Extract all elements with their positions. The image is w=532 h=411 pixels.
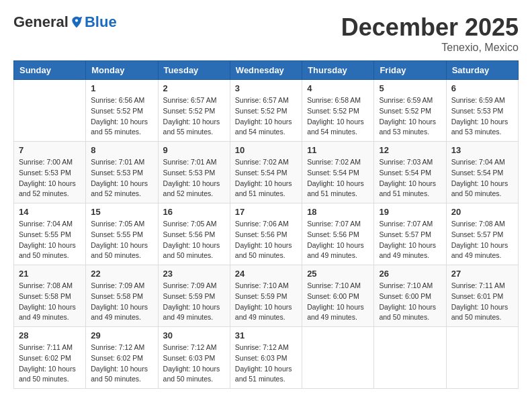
daylight-text: Daylight: 10 hours and 52 minutes. xyxy=(163,179,220,198)
day-number: 20 xyxy=(451,207,513,217)
day-number: 18 xyxy=(307,207,369,217)
daylight-text: Daylight: 10 hours and 54 minutes. xyxy=(307,118,364,136)
day-number: 7 xyxy=(19,145,81,155)
sunrise-text: Sunrise: 7:00 AM xyxy=(19,158,73,166)
sunset-text: Sunset: 5:52 PM xyxy=(163,107,216,115)
day-info: Sunrise: 7:02 AM Sunset: 5:54 PM Dayligh… xyxy=(235,157,297,199)
day-info: Sunrise: 7:09 AM Sunset: 5:59 PM Dayligh… xyxy=(163,281,225,323)
sunset-text: Sunset: 5:52 PM xyxy=(307,107,359,115)
table-row: 15 Sunrise: 7:05 AM Sunset: 5:55 PM Dayl… xyxy=(86,203,158,265)
daylight-text: Daylight: 10 hours and 53 minutes. xyxy=(379,118,436,136)
daylight-text: Daylight: 10 hours and 49 minutes. xyxy=(235,303,292,322)
day-number: 6 xyxy=(451,83,513,93)
sunset-text: Sunset: 5:54 PM xyxy=(451,169,504,177)
sunrise-text: Sunrise: 6:58 AM xyxy=(307,96,361,104)
day-info: Sunrise: 7:03 AM Sunset: 5:54 PM Dayligh… xyxy=(379,157,441,199)
day-info: Sunrise: 7:09 AM Sunset: 5:58 PM Dayligh… xyxy=(91,281,152,323)
sunrise-text: Sunrise: 7:11 AM xyxy=(451,281,505,289)
sunrise-text: Sunrise: 7:09 AM xyxy=(91,281,144,289)
sunrise-text: Sunrise: 6:59 AM xyxy=(379,96,433,104)
sunrise-text: Sunrise: 7:03 AM xyxy=(379,158,433,166)
header-friday: Friday xyxy=(374,61,446,80)
sunrise-text: Sunrise: 7:10 AM xyxy=(235,281,289,289)
day-info: Sunrise: 7:00 AM Sunset: 5:53 PM Dayligh… xyxy=(19,157,81,199)
table-row: 21 Sunrise: 7:08 AM Sunset: 5:58 PM Dayl… xyxy=(14,265,86,327)
sunrise-text: Sunrise: 6:57 AM xyxy=(163,96,217,104)
daylight-text: Daylight: 10 hours and 50 minutes. xyxy=(235,241,292,260)
daylight-text: Daylight: 10 hours and 50 minutes. xyxy=(19,241,76,260)
header-wednesday: Wednesday xyxy=(230,61,302,80)
day-number: 3 xyxy=(235,83,297,93)
day-number: 17 xyxy=(235,207,297,217)
daylight-text: Daylight: 10 hours and 52 minutes. xyxy=(91,179,148,198)
table-row: 22 Sunrise: 7:09 AM Sunset: 5:58 PM Dayl… xyxy=(86,265,158,327)
table-row: 25 Sunrise: 7:10 AM Sunset: 6:00 PM Dayl… xyxy=(302,265,374,327)
sunrise-text: Sunrise: 7:08 AM xyxy=(451,220,505,228)
table-row: 17 Sunrise: 7:06 AM Sunset: 5:56 PM Dayl… xyxy=(230,203,302,265)
daylight-text: Daylight: 10 hours and 50 minutes. xyxy=(163,241,220,260)
sunset-text: Sunset: 5:59 PM xyxy=(235,292,287,300)
day-number: 30 xyxy=(163,330,225,340)
sunset-text: Sunset: 6:01 PM xyxy=(451,292,504,300)
sunrise-text: Sunrise: 7:08 AM xyxy=(19,281,73,289)
title-block: December 2025 Tenexio, Mexico xyxy=(341,13,519,54)
table-row: 14 Sunrise: 7:04 AM Sunset: 5:55 PM Dayl… xyxy=(14,203,86,265)
table-row xyxy=(446,327,518,389)
daylight-text: Daylight: 10 hours and 49 minutes. xyxy=(307,303,364,322)
daylight-text: Daylight: 10 hours and 49 minutes. xyxy=(379,241,436,260)
daylight-text: Daylight: 10 hours and 50 minutes. xyxy=(451,303,508,322)
day-number: 1 xyxy=(91,83,152,93)
table-row: 18 Sunrise: 7:07 AM Sunset: 5:56 PM Dayl… xyxy=(302,203,374,265)
daylight-text: Daylight: 10 hours and 49 minutes. xyxy=(451,241,508,260)
day-info: Sunrise: 7:12 AM Sunset: 6:03 PM Dayligh… xyxy=(235,342,297,385)
day-number: 19 xyxy=(379,207,441,217)
day-info: Sunrise: 7:10 AM Sunset: 5:59 PM Dayligh… xyxy=(235,281,297,323)
day-number: 16 xyxy=(163,207,225,217)
sunset-text: Sunset: 5:56 PM xyxy=(235,230,287,238)
day-info: Sunrise: 7:04 AM Sunset: 5:55 PM Dayligh… xyxy=(19,219,81,261)
sunrise-text: Sunrise: 7:05 AM xyxy=(91,220,144,228)
sunset-text: Sunset: 5:58 PM xyxy=(91,292,143,300)
sunrise-text: Sunrise: 7:12 AM xyxy=(91,343,144,351)
sunset-text: Sunset: 5:58 PM xyxy=(19,292,71,300)
table-row: 1 Sunrise: 6:56 AM Sunset: 5:52 PM Dayli… xyxy=(86,80,158,142)
sunset-text: Sunset: 6:02 PM xyxy=(91,354,143,362)
day-info: Sunrise: 7:08 AM Sunset: 5:58 PM Dayligh… xyxy=(19,281,81,323)
day-number: 24 xyxy=(235,269,297,279)
calendar-week-row: 1 Sunrise: 6:56 AM Sunset: 5:52 PM Dayli… xyxy=(14,80,519,142)
sunset-text: Sunset: 5:53 PM xyxy=(163,169,216,177)
sunrise-text: Sunrise: 7:01 AM xyxy=(163,158,217,166)
sunset-text: Sunset: 6:00 PM xyxy=(307,292,359,300)
page-header: General Blue December 2025 Tenexio, Mexi… xyxy=(13,13,519,54)
daylight-text: Daylight: 10 hours and 51 minutes. xyxy=(379,179,436,198)
day-number: 5 xyxy=(379,83,441,93)
day-number: 29 xyxy=(91,330,152,340)
logo: General Blue xyxy=(13,13,117,31)
sunrise-text: Sunrise: 7:11 AM xyxy=(19,343,73,351)
day-info: Sunrise: 6:59 AM Sunset: 5:52 PM Dayligh… xyxy=(379,95,441,138)
calendar-week-row: 21 Sunrise: 7:08 AM Sunset: 5:58 PM Dayl… xyxy=(14,265,519,327)
daylight-text: Daylight: 10 hours and 50 minutes. xyxy=(91,241,148,260)
sunrise-text: Sunrise: 7:10 AM xyxy=(307,281,361,289)
sunrise-text: Sunrise: 7:10 AM xyxy=(379,281,433,289)
table-row: 20 Sunrise: 7:08 AM Sunset: 5:57 PM Dayl… xyxy=(446,203,518,265)
sunrise-text: Sunrise: 7:02 AM xyxy=(235,158,289,166)
calendar-week-row: 28 Sunrise: 7:11 AM Sunset: 6:02 PM Dayl… xyxy=(14,327,519,389)
daylight-text: Daylight: 10 hours and 53 minutes. xyxy=(451,118,508,136)
header-thursday: Thursday xyxy=(302,61,374,80)
sunset-text: Sunset: 5:53 PM xyxy=(451,107,504,115)
day-info: Sunrise: 7:07 AM Sunset: 5:56 PM Dayligh… xyxy=(307,219,369,261)
sunrise-text: Sunrise: 7:02 AM xyxy=(307,158,361,166)
table-row: 23 Sunrise: 7:09 AM Sunset: 5:59 PM Dayl… xyxy=(158,265,230,327)
sunrise-text: Sunrise: 7:06 AM xyxy=(235,220,289,228)
header-monday: Monday xyxy=(86,61,158,80)
table-row: 16 Sunrise: 7:05 AM Sunset: 5:56 PM Dayl… xyxy=(158,203,230,265)
day-info: Sunrise: 6:59 AM Sunset: 5:53 PM Dayligh… xyxy=(451,95,513,138)
logo-icon xyxy=(70,15,83,29)
sunrise-text: Sunrise: 6:56 AM xyxy=(91,96,144,104)
table-row: 30 Sunrise: 7:12 AM Sunset: 6:03 PM Dayl… xyxy=(158,327,230,389)
day-info: Sunrise: 7:12 AM Sunset: 6:03 PM Dayligh… xyxy=(163,342,225,385)
table-row: 10 Sunrise: 7:02 AM Sunset: 5:54 PM Dayl… xyxy=(230,142,302,203)
table-row xyxy=(302,327,374,389)
day-info: Sunrise: 7:06 AM Sunset: 5:56 PM Dayligh… xyxy=(235,219,297,261)
